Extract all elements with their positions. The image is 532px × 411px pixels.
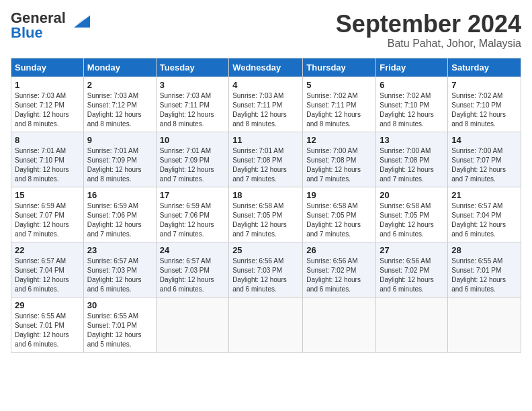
calendar-cell	[156, 297, 228, 352]
day-info: Sunrise: 6:57 AM Sunset: 7:04 PM Dayligh…	[451, 201, 517, 239]
day-number: 20	[380, 190, 444, 200]
calendar-cell: 10 Sunrise: 7:01 AM Sunset: 7:09 PM Dayl…	[156, 132, 228, 187]
day-number: 9	[87, 135, 152, 145]
day-info: Sunrise: 6:56 AM Sunset: 7:03 PM Dayligh…	[232, 257, 299, 294]
calendar-header-tuesday: Tuesday	[156, 58, 228, 77]
day-number: 2	[87, 80, 152, 90]
calendar-cell: 26 Sunrise: 6:56 AM Sunset: 7:02 PM Dayl…	[303, 242, 376, 297]
day-number: 10	[160, 135, 225, 145]
calendar-cell	[448, 297, 521, 352]
calendar-cell: 2 Sunrise: 7:03 AM Sunset: 7:12 PM Dayli…	[83, 77, 156, 132]
calendar-cell: 3 Sunrise: 7:03 AM Sunset: 7:11 PM Dayli…	[156, 77, 228, 132]
calendar-cell: 15 Sunrise: 6:59 AM Sunset: 7:07 PM Dayl…	[11, 187, 84, 242]
calendar-cell	[229, 297, 303, 352]
calendar-cell: 14 Sunrise: 7:00 AM Sunset: 7:07 PM Dayl…	[448, 132, 521, 187]
day-number: 1	[15, 80, 80, 90]
calendar-week-row: 15 Sunrise: 6:59 AM Sunset: 7:07 PM Dayl…	[11, 187, 521, 242]
day-number: 11	[232, 135, 299, 145]
logo-text: General Blue	[11, 11, 66, 40]
calendar-cell: 22 Sunrise: 6:57 AM Sunset: 7:04 PM Dayl…	[11, 242, 84, 297]
calendar-header-row: SundayMondayTuesdayWednesdayThursdayFrid…	[11, 58, 521, 77]
calendar-header-saturday: Saturday	[448, 58, 521, 77]
day-number: 26	[306, 245, 372, 255]
day-number: 8	[15, 135, 80, 145]
title-block: September 2024 Batu Pahat, Johor, Malays…	[336, 11, 521, 50]
calendar-cell	[376, 297, 448, 352]
day-number: 12	[306, 135, 372, 145]
logo: General Blue	[11, 11, 90, 40]
calendar-header-thursday: Thursday	[303, 58, 376, 77]
day-number: 24	[160, 245, 225, 255]
calendar-cell: 7 Sunrise: 7:02 AM Sunset: 7:10 PM Dayli…	[448, 77, 521, 132]
calendar-cell: 20 Sunrise: 6:58 AM Sunset: 7:05 PM Dayl…	[376, 187, 448, 242]
calendar-cell: 13 Sunrise: 7:00 AM Sunset: 7:08 PM Dayl…	[376, 132, 448, 187]
day-number: 28	[451, 245, 517, 255]
calendar-cell: 19 Sunrise: 6:58 AM Sunset: 7:05 PM Dayl…	[303, 187, 376, 242]
day-info: Sunrise: 7:03 AM Sunset: 7:11 PM Dayligh…	[232, 91, 299, 129]
day-info: Sunrise: 6:55 AM Sunset: 7:01 PM Dayligh…	[15, 312, 80, 349]
page-header: General Blue September 2024 Batu Pahat, …	[11, 11, 521, 50]
day-number: 19	[306, 190, 372, 200]
day-info: Sunrise: 7:01 AM Sunset: 7:09 PM Dayligh…	[160, 146, 225, 184]
day-info: Sunrise: 7:02 AM Sunset: 7:10 PM Dayligh…	[380, 91, 444, 129]
calendar-cell: 21 Sunrise: 6:57 AM Sunset: 7:04 PM Dayl…	[448, 187, 521, 242]
day-info: Sunrise: 7:01 AM Sunset: 7:08 PM Dayligh…	[232, 146, 299, 184]
day-info: Sunrise: 6:59 AM Sunset: 7:06 PM Dayligh…	[87, 201, 152, 239]
day-info: Sunrise: 7:02 AM Sunset: 7:10 PM Dayligh…	[451, 91, 517, 129]
day-info: Sunrise: 7:03 AM Sunset: 7:12 PM Dayligh…	[87, 91, 152, 129]
day-info: Sunrise: 6:55 AM Sunset: 7:01 PM Dayligh…	[87, 312, 152, 349]
day-number: 30	[87, 300, 152, 310]
calendar-cell: 25 Sunrise: 6:56 AM Sunset: 7:03 PM Dayl…	[229, 242, 303, 297]
day-info: Sunrise: 6:57 AM Sunset: 7:04 PM Dayligh…	[15, 257, 80, 294]
calendar-header-sunday: Sunday	[11, 58, 84, 77]
day-info: Sunrise: 7:00 AM Sunset: 7:07 PM Dayligh…	[451, 146, 517, 184]
day-number: 3	[160, 80, 225, 90]
day-info: Sunrise: 6:57 AM Sunset: 7:03 PM Dayligh…	[160, 257, 225, 294]
calendar-table: SundayMondayTuesdayWednesdayThursdayFrid…	[11, 58, 521, 353]
calendar-week-row: 22 Sunrise: 6:57 AM Sunset: 7:04 PM Dayl…	[11, 242, 521, 297]
day-info: Sunrise: 7:02 AM Sunset: 7:11 PM Dayligh…	[306, 91, 372, 129]
calendar-cell: 28 Sunrise: 6:55 AM Sunset: 7:01 PM Dayl…	[448, 242, 521, 297]
calendar-cell: 8 Sunrise: 7:01 AM Sunset: 7:10 PM Dayli…	[11, 132, 84, 187]
day-number: 6	[380, 80, 444, 90]
day-number: 7	[451, 80, 517, 90]
calendar-cell: 27 Sunrise: 6:56 AM Sunset: 7:02 PM Dayl…	[376, 242, 448, 297]
location-title: Batu Pahat, Johor, Malaysia	[336, 38, 521, 50]
day-number: 14	[451, 135, 517, 145]
day-info: Sunrise: 6:55 AM Sunset: 7:01 PM Dayligh…	[451, 257, 517, 294]
calendar-header-wednesday: Wednesday	[229, 58, 303, 77]
day-info: Sunrise: 6:56 AM Sunset: 7:02 PM Dayligh…	[306, 257, 372, 294]
calendar-cell: 18 Sunrise: 6:58 AM Sunset: 7:05 PM Dayl…	[229, 187, 303, 242]
calendar-cell: 9 Sunrise: 7:01 AM Sunset: 7:09 PM Dayli…	[83, 132, 156, 187]
calendar-cell: 1 Sunrise: 7:03 AM Sunset: 7:12 PM Dayli…	[11, 77, 84, 132]
calendar-cell	[303, 297, 376, 352]
calendar-cell: 4 Sunrise: 7:03 AM Sunset: 7:11 PM Dayli…	[229, 77, 303, 132]
day-info: Sunrise: 7:03 AM Sunset: 7:12 PM Dayligh…	[15, 91, 80, 129]
calendar-cell: 5 Sunrise: 7:02 AM Sunset: 7:11 PM Dayli…	[303, 77, 376, 132]
day-info: Sunrise: 6:59 AM Sunset: 7:06 PM Dayligh…	[160, 201, 225, 239]
calendar-cell: 6 Sunrise: 7:02 AM Sunset: 7:10 PM Dayli…	[376, 77, 448, 132]
day-number: 5	[306, 80, 372, 90]
calendar-cell: 23 Sunrise: 6:57 AM Sunset: 7:03 PM Dayl…	[83, 242, 156, 297]
month-title: September 2024	[336, 11, 521, 38]
day-info: Sunrise: 7:00 AM Sunset: 7:08 PM Dayligh…	[380, 146, 444, 184]
day-info: Sunrise: 6:59 AM Sunset: 7:07 PM Dayligh…	[15, 201, 80, 239]
calendar-header-monday: Monday	[83, 58, 156, 77]
day-number: 29	[15, 300, 80, 310]
calendar-cell: 24 Sunrise: 6:57 AM Sunset: 7:03 PM Dayl…	[156, 242, 228, 297]
day-info: Sunrise: 6:57 AM Sunset: 7:03 PM Dayligh…	[87, 257, 152, 294]
calendar-week-row: 1 Sunrise: 7:03 AM Sunset: 7:12 PM Dayli…	[11, 77, 521, 132]
calendar-week-row: 8 Sunrise: 7:01 AM Sunset: 7:10 PM Dayli…	[11, 132, 521, 187]
day-info: Sunrise: 6:58 AM Sunset: 7:05 PM Dayligh…	[232, 201, 299, 239]
day-number: 15	[15, 190, 80, 200]
calendar-header-friday: Friday	[376, 58, 448, 77]
day-number: 22	[15, 245, 80, 255]
day-number: 17	[160, 190, 225, 200]
calendar-cell: 30 Sunrise: 6:55 AM Sunset: 7:01 PM Dayl…	[83, 297, 156, 352]
calendar-cell: 11 Sunrise: 7:01 AM Sunset: 7:08 PM Dayl…	[229, 132, 303, 187]
day-number: 23	[87, 245, 152, 255]
day-number: 4	[232, 80, 299, 90]
calendar-cell: 17 Sunrise: 6:59 AM Sunset: 7:06 PM Dayl…	[156, 187, 228, 242]
calendar-week-row: 29 Sunrise: 6:55 AM Sunset: 7:01 PM Dayl…	[11, 297, 521, 352]
svg-marker-0	[74, 15, 90, 28]
